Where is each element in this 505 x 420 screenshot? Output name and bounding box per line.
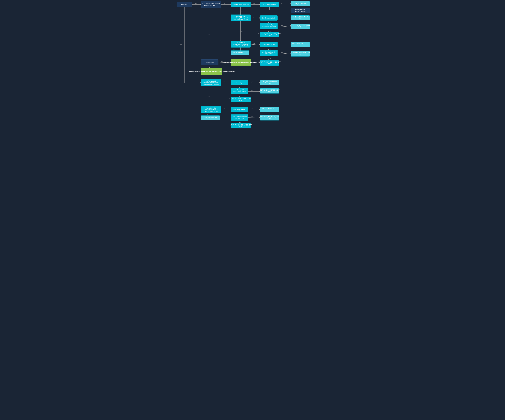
svg-text:yes: yes	[224, 81, 226, 82]
node-hasRightLane2: hasRightLane && LaneChangeWish right && …	[201, 79, 221, 86]
node-intentRight2: INTENT_TO_CHANGE_LANES_RIGHT = 1.0	[231, 97, 251, 102]
svg-text:no: no	[233, 49, 234, 50]
svg-text:yes: yes	[251, 108, 253, 109]
node-laneKeeping3: LANE_KEEPING = 1.0	[201, 115, 220, 120]
node-laneKeeping2: LANE_KEEPING = 1.0	[231, 50, 249, 55]
svg-text:no: no	[207, 114, 208, 115]
node-laneChangeLeftMerge1: LaneChangeLeft possible due to merging	[260, 50, 278, 56]
svg-line-31	[278, 53, 291, 54]
node-isLaneKeeping: is laneKeeping	[201, 59, 218, 65]
node-laneChangingLeft1: LANE_CHANGING_LEFT = 1.0	[291, 42, 310, 47]
svg-text:yes: yes	[253, 3, 255, 4]
svg-text:no: no	[270, 31, 271, 32]
node-preparingMergeLeft2: PREPARING_TO_MERGE_LEFT = 1.0	[260, 115, 279, 120]
node-preparingMergeRight1: PREPARING_TO_MERGE_RIGHT = 1.0	[291, 24, 310, 29]
svg-text:no: no	[180, 44, 182, 45]
node-laneChangeLeftSafe2: LaneChangeLeft safe	[231, 107, 248, 112]
node-hasLeftLane2: hasLeftLane && LaneChangeWish left && La…	[201, 106, 221, 113]
node-chooseCollisionLateral: ChooseLateralActionStateIntensitiesForCo…	[201, 68, 222, 75]
svg-text:no: no	[240, 122, 241, 123]
svg-text:no: no	[210, 66, 212, 68]
svg-text:yes: yes	[281, 52, 283, 53]
node-hasLeftLane1: hasLeftLane && LaneChangeWish left && La…	[231, 41, 251, 48]
svg-text:yes: yes	[221, 61, 223, 62]
svg-text:no: no	[241, 11, 242, 12]
node-intentRight1: INTENT_TO_CHANGE_LANES_RIGHT = 1.0	[260, 32, 279, 37]
svg-text:yes: yes	[281, 43, 283, 44]
node-laneChangeRightMerge1: LaneChangeRight possible due to merging	[260, 23, 278, 29]
node-remainLateral: Remain in lateral movement	[231, 2, 251, 7]
svg-text:yes: yes	[195, 3, 197, 4]
svg-line-25	[251, 44, 260, 45]
svg-text:yes: yes	[281, 16, 283, 18]
node-intentLeft2: INTENT_TO_CHANGE_LANES_LEFT = 1.0	[231, 123, 251, 128]
node-laneChangeLeftSafe1: LaneChangeLeft safe	[260, 42, 278, 47]
svg-text:yes: yes	[281, 25, 283, 26]
svg-text:yes: yes	[251, 90, 253, 91]
node-laneChangingRight2: LANE_CHANGING_RIGHT = 1.0	[260, 80, 279, 85]
svg-text:no: no	[270, 8, 271, 10]
node-laneKeeping1: LANE_KEEPING = 1.0	[291, 1, 310, 6]
svg-text:yes: yes	[251, 81, 253, 82]
node-chooseCollision: ChooseLateralActionStateIntensitiesForCo…	[231, 59, 251, 66]
node-laneChangingLeft2: LANE_CHANGING_LEFT = 1.0	[260, 107, 279, 112]
svg-text:no: no	[270, 21, 271, 23]
svg-text:no: no	[208, 34, 210, 35]
svg-text:yes: yes	[224, 3, 226, 4]
svg-line-64	[248, 118, 260, 118]
node-isHighRisk: isHighRisk	[177, 2, 192, 7]
svg-text:yes: yes	[253, 43, 255, 44]
svg-text:no: no	[240, 95, 241, 97]
svg-text:yes: yes	[253, 16, 255, 18]
node-intentLeft1: INTENT_TO_CHANGE_LANES_LEFT = 1.0	[260, 60, 279, 66]
node-laneChangeRightSafe2: LaneChangeRight safe	[231, 80, 248, 85]
flowchart-diagram: yes yes yes yes no no yes yes no	[175, 0, 330, 128]
node-laneChangingRight1: LANE_CHANGING_RIGHT = 1.0	[291, 15, 310, 20]
node-laneChangeRightMerge2: LaneChangeRight possible due to merging	[231, 88, 248, 94]
node-laneChangeLeftMerge2: LaneChangeLeft possible due to merging	[231, 114, 248, 121]
node-noCollision: Is no collision course detected towards …	[201, 1, 221, 8]
svg-text:no: no	[208, 96, 210, 97]
node-remainCurrent: Remain in current LateralActionState	[291, 8, 310, 13]
node-preparingMergeRight2: PREPARING_TO_MERGE_RIGHT = 1.0	[260, 88, 279, 94]
svg-text:yes: yes	[224, 108, 226, 109]
svg-text:no: no	[241, 31, 242, 32]
svg-text:no: no	[270, 58, 271, 59]
node-hasRightLane1: hasRightLane && LaneChangeWish right && …	[231, 14, 251, 21]
node-preparingMergeLeft1: PREPARING_TO_MERGE_LEFT = 1.0	[291, 51, 310, 56]
node-laneChangeRightSafe1: LaneChangeRight safe	[260, 15, 278, 20]
svg-text:no: no	[270, 48, 271, 50]
svg-text:yes: yes	[281, 2, 283, 4]
node-endLateral: End of lateral movement	[260, 2, 279, 7]
svg-text:yes: yes	[251, 116, 253, 117]
svg-line-19	[278, 26, 291, 27]
svg-text:no: no	[240, 86, 241, 88]
